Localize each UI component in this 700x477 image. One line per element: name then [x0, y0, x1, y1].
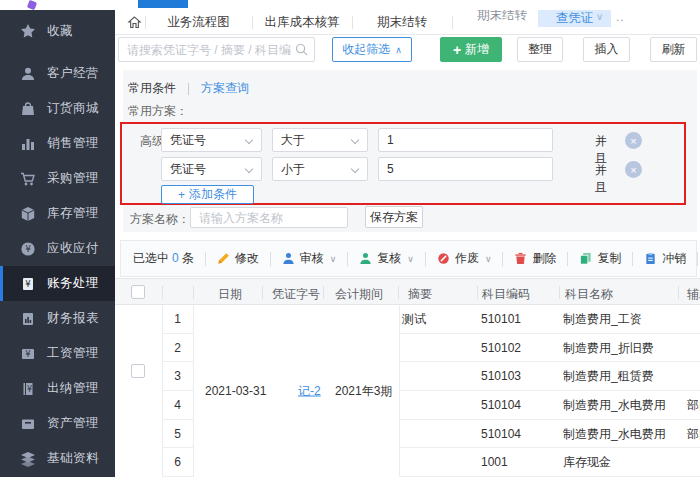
review-button[interactable]: 复核 ∨: [359, 250, 414, 267]
tab-business-flow[interactable]: 业务流程图: [145, 10, 252, 35]
filter-tab-scheme-query[interactable]: 方案查询: [201, 80, 249, 97]
copy-label: 复制: [597, 250, 621, 267]
audit-button[interactable]: 审核 ∨: [282, 250, 337, 267]
row-checkbox[interactable]: [131, 364, 145, 378]
sidebar-item-label: 订货商城: [47, 100, 99, 117]
condition-value-input[interactable]: [378, 128, 553, 152]
chevron-down-icon: [351, 136, 359, 144]
drawer-icon: [20, 416, 36, 432]
tab-more-icon[interactable]: ..: [616, 10, 625, 24]
row-number: 2: [162, 334, 193, 363]
writeoff-button[interactable]: 冲销: [644, 250, 686, 267]
collapse-filter-button[interactable]: 收起筛选 ∧: [332, 37, 412, 62]
table-row[interactable]: 510102 制造费用_折旧费: [399, 334, 700, 363]
sidebar-item-receivable-payable[interactable]: ¥ 应收应付: [0, 231, 115, 266]
void-button[interactable]: 作废 ∨: [437, 250, 492, 267]
svg-text:¥: ¥: [25, 279, 31, 289]
summary-cell: 测试: [402, 310, 426, 327]
modify-button[interactable]: 修改: [217, 250, 259, 267]
condition-field-select[interactable]: 凭证号: [161, 128, 262, 152]
condition-operator-select[interactable]: 小于: [272, 157, 368, 181]
sidebar-item-label: 基础资料: [47, 450, 99, 467]
cube-icon: [20, 206, 36, 222]
sidebar-item-label: 资产管理: [47, 415, 99, 432]
auditor-person-icon: [282, 252, 295, 265]
sidebar-item-favorites[interactable]: 收藏: [0, 13, 115, 49]
filter-tab-common-conditions[interactable]: 常用条件: [128, 80, 176, 97]
conjunction-label[interactable]: 并且: [595, 162, 607, 196]
audit-label: 审核: [300, 250, 324, 267]
sidebar-item-cashier[interactable]: ¥ 出纳管理: [0, 371, 115, 406]
scheme-name-label: 方案名称：: [130, 211, 190, 228]
table-body: 1 2 3 4 5 6 2021-03-31 记-2 2021年3期 测试 51…: [115, 305, 700, 477]
sidebar-item-base-data[interactable]: 基础资料: [0, 441, 115, 476]
scheme-name-input[interactable]: [190, 207, 348, 228]
sidebar-item-financial-reports[interactable]: 财务报表: [0, 301, 115, 336]
sidebar-item-assets[interactable]: 资产管理: [0, 406, 115, 441]
advanced-query-highlight-box: 高级查询： 凭证号 大于 并且 × 凭证号: [120, 122, 686, 205]
tab-dropdown-caret-icon[interactable]: ∨: [596, 11, 603, 22]
home-icon[interactable]: [127, 15, 142, 30]
close-icon: ×: [630, 135, 636, 147]
bar-chart-icon: [20, 136, 36, 152]
save-scheme-button[interactable]: 保存方案: [365, 206, 423, 228]
sidebar-item-order-mall[interactable]: 订货商城: [0, 91, 115, 126]
sidebar-item-label: 财务报表: [47, 310, 99, 327]
table-row[interactable]: 510103 制造费用_租赁费: [399, 362, 700, 391]
delete-label: 删除: [532, 250, 556, 267]
col-header-auxiliary: 辅助核算: [687, 286, 700, 303]
subject-name-cell: 制造费用_水电费用: [563, 396, 666, 413]
tab-period-end-carryover[interactable]: 期末结转: [352, 10, 452, 35]
cart-icon: [20, 171, 36, 187]
blue-header-fragment: [138, 0, 188, 8]
subject-code-cell: 510104: [481, 398, 521, 412]
delete-button[interactable]: 删除: [514, 250, 556, 267]
sidebar-item-sales[interactable]: 销售管理: [0, 126, 115, 161]
add-voucher-button[interactable]: + 新增: [440, 37, 502, 62]
ledger-yuan-icon: ¥: [20, 276, 36, 292]
condition-value-input[interactable]: [378, 157, 553, 181]
table-row[interactable]: 510104 制造费用_水电费用 部门: [399, 391, 700, 420]
refresh-button[interactable]: 刷新: [650, 37, 697, 62]
chevron-up-icon: ∧: [395, 45, 402, 55]
salary-yuan-icon: ¥: [20, 346, 36, 362]
add-condition-button[interactable]: + 添加条件: [161, 185, 254, 204]
copy-button[interactable]: 复制: [579, 250, 621, 267]
sidebar-item-label: 销售管理: [47, 135, 99, 152]
star-icon: [20, 23, 36, 39]
table-row[interactable]: 1001 库存现金: [399, 448, 700, 477]
arrange-button[interactable]: 整理: [517, 37, 563, 62]
condition-field-select[interactable]: 凭证号: [161, 157, 262, 181]
condition-operator-select[interactable]: 大于: [272, 128, 368, 152]
insert-button[interactable]: 插入: [583, 37, 630, 62]
layers-icon: [20, 451, 36, 467]
subject-name-cell: 制造费用_租赁费: [563, 368, 654, 385]
tab-period-end-carryover-2[interactable]: 期末结转: [457, 10, 547, 28]
row-number: 6: [162, 448, 193, 477]
voucher-no-link[interactable]: 记-2: [298, 383, 321, 400]
sidebar-item-label: 收藏: [47, 23, 73, 40]
search-input[interactable]: [119, 38, 295, 61]
remove-condition-button[interactable]: ×: [625, 132, 642, 149]
sidebar-item-payroll[interactable]: ¥ 工资管理: [0, 336, 115, 371]
subject-code-cell: 510103: [481, 369, 521, 383]
sidebar-item-label: 账务处理: [47, 275, 99, 292]
modify-label: 修改: [235, 250, 259, 267]
subject-name-cell: 制造费用_折旧费: [563, 339, 654, 356]
table-row[interactable]: 510104 制造费用_水电费用 部门: [399, 420, 700, 449]
row-number-column: 1 2 3 4 5 6: [162, 305, 193, 477]
sidebar-item-purchase[interactable]: 采购管理: [0, 161, 115, 196]
merged-voucher-cell: 2021-03-31 记-2 2021年3期: [193, 305, 399, 477]
sidebar-item-customer[interactable]: 客户经营: [0, 56, 115, 91]
tab-outbound-costing[interactable]: 出库成本核算: [252, 10, 352, 35]
table-row[interactable]: 测试 510101 制造费用_工资: [399, 305, 700, 334]
search-icon[interactable]: [295, 43, 308, 56]
coin-yuan-icon: ¥: [20, 241, 36, 257]
remove-condition-button[interactable]: ×: [625, 161, 642, 178]
main-area: 业务流程图 出库成本核算 期末结转 期末结转 查凭证 ∨ .. 收起筛选 ∧ +…: [115, 10, 700, 477]
col-header-subject-code: 科目编码: [482, 286, 530, 303]
sidebar-item-inventory[interactable]: 库存管理: [0, 196, 115, 231]
add-condition-label: 添加条件: [189, 186, 237, 203]
sidebar-item-accounting[interactable]: ¥ 账务处理: [0, 266, 115, 301]
select-all-checkbox[interactable]: [131, 285, 145, 299]
